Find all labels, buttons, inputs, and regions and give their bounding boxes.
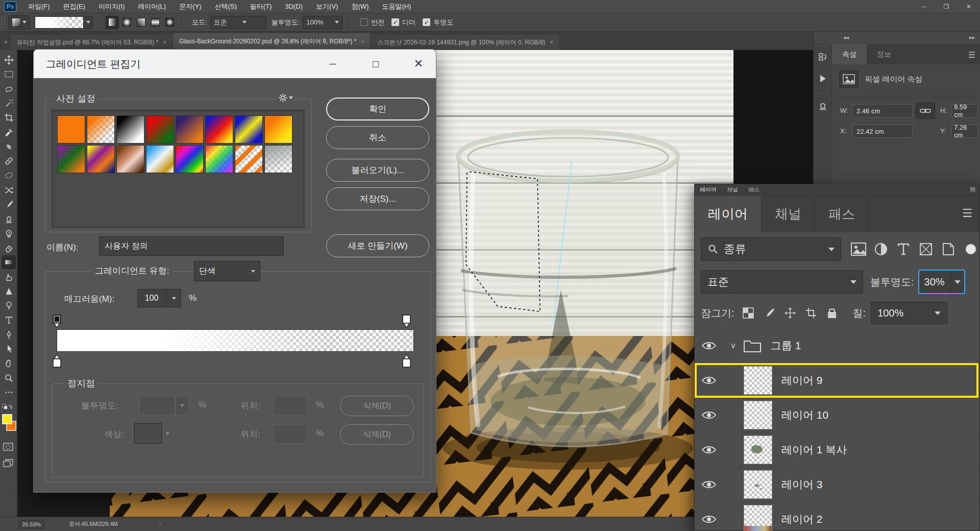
- gradient-preset-blue-yellow-blue[interactable]: [235, 115, 263, 143]
- gradient-preset-black-to-white[interactable]: [116, 115, 144, 143]
- delete-color-stop-button[interactable]: 삭제(D): [340, 424, 414, 445]
- marquee-tool[interactable]: [2, 67, 16, 81]
- angle-gradient-button[interactable]: [134, 16, 148, 29]
- window-maximize-button[interactable]: ❐: [935, 0, 958, 13]
- stop-color-dropdown[interactable]: [165, 432, 169, 435]
- reflected-gradient-button[interactable]: [149, 16, 162, 29]
- menu-item[interactable]: 창(W): [345, 0, 375, 13]
- smoothness-field[interactable]: 100: [137, 289, 166, 307]
- crop-tool[interactable]: [2, 111, 16, 125]
- gradient-preset-purple-green-orange[interactable]: [57, 145, 85, 173]
- gradient-preset-orange-to-transparent[interactable]: [87, 115, 115, 143]
- clone-stamp-tool[interactable]: [2, 212, 16, 226]
- status-options-chevron[interactable]: 〉: [159, 520, 164, 528]
- adjustment-filter-icon[interactable]: [872, 240, 890, 258]
- mini-tab-패스[interactable]: 패스: [743, 186, 765, 194]
- lasso-tool[interactable]: [2, 82, 16, 96]
- layer-row[interactable]: 레이어 10: [695, 398, 979, 432]
- mini-tab-레이어[interactable]: 레이어: [695, 186, 722, 194]
- gradient-preset-violet-to-orange[interactable]: [176, 115, 204, 143]
- color-stop-0[interactable]: [52, 353, 62, 368]
- lock-transparency-icon[interactable]: [741, 305, 756, 321]
- document-tab[interactable]: 스크린샷 2026-02-19 144931.png @ 100% (레이어 0…: [371, 35, 560, 50]
- color-stop-100[interactable]: [402, 353, 411, 368]
- clone-source-panel-icon[interactable]: [816, 98, 830, 112]
- actions-panel-icon[interactable]: [816, 71, 830, 86]
- layer-thumbnail[interactable]: [744, 505, 772, 531]
- diamond-gradient-button[interactable]: [163, 16, 176, 29]
- visibility-toggle[interactable]: [695, 502, 723, 531]
- layer-group-row[interactable]: ∨그룹 1: [695, 328, 979, 363]
- blend-mode-dropdown[interactable]: 표준: [701, 270, 863, 294]
- gradient-preset-copper[interactable]: [116, 145, 144, 173]
- history-brush-tool[interactable]: [2, 227, 16, 240]
- 디더-checkbox[interactable]: ✓디더: [391, 18, 415, 27]
- visibility-toggle[interactable]: [695, 432, 723, 467]
- spot-healing-tool[interactable]: [2, 140, 16, 154]
- mini-tab-채널[interactable]: 채널: [722, 186, 743, 194]
- gradient-type-dropdown[interactable]: 단색: [194, 261, 260, 281]
- hand-tool[interactable]: [2, 356, 16, 370]
- mode-dropdown[interactable]: 표준: [210, 16, 266, 29]
- ok-button[interactable]: 확인: [326, 98, 429, 120]
- content-aware-move-tool[interactable]: [2, 183, 16, 197]
- move-tool[interactable]: [2, 53, 16, 67]
- gradient-preset-red-to-green[interactable]: [146, 115, 174, 143]
- type-tool[interactable]: [2, 313, 16, 327]
- gradient-name-input[interactable]: 사용자 정의: [99, 236, 284, 256]
- tab-overflow-icon[interactable]: »: [4, 38, 8, 45]
- gradient-preview-swatch[interactable]: [35, 16, 84, 29]
- layer-opacity-field[interactable]: 30%: [918, 270, 965, 294]
- layer-row[interactable]: 레이어 9: [695, 363, 979, 398]
- gradient-preset-neutral-density[interactable]: [264, 145, 292, 173]
- smoothness-dropdown-button[interactable]: [166, 289, 181, 307]
- h-field[interactable]: 9.59 cm: [951, 104, 978, 117]
- gradient-preset-spectrum[interactable]: [176, 145, 204, 173]
- save-button[interactable]: 저장(S)...: [326, 187, 429, 210]
- load-button[interactable]: 불러오기(L)...: [326, 159, 429, 182]
- lock-all-icon[interactable]: [824, 305, 840, 321]
- swap-colors-icon[interactable]: [2, 404, 13, 413]
- delete-opacity-stop-button[interactable]: 삭제(D): [340, 396, 414, 416]
- presets-gear-icon[interactable]: [276, 93, 295, 103]
- collapse-panels-icon[interactable]: ◂◂: [843, 34, 849, 41]
- link-dimensions-icon[interactable]: [916, 103, 935, 119]
- menu-item[interactable]: 도움말(H): [375, 0, 418, 13]
- y-field[interactable]: 7.26 cm: [951, 125, 978, 138]
- dodge-tool[interactable]: [2, 299, 16, 312]
- tab-close-icon[interactable]: ×: [361, 38, 364, 45]
- pen-tool[interactable]: [2, 328, 16, 342]
- menu-item[interactable]: 선택(S): [208, 0, 243, 13]
- gradient-picker-button[interactable]: [84, 16, 93, 29]
- menu-item[interactable]: 3D(D): [278, 0, 309, 13]
- tool-preset-picker[interactable]: [8, 15, 30, 30]
- window-close-button[interactable]: ✕: [958, 0, 980, 13]
- patch-tool[interactable]: [2, 168, 16, 182]
- menu-item[interactable]: 필터(T): [243, 0, 279, 13]
- fill-field[interactable]: 100%: [871, 302, 947, 324]
- color-location-field[interactable]: [274, 424, 307, 444]
- layers-tab-레이어[interactable]: 레이어: [695, 196, 762, 232]
- foreground-color-swatch[interactable]: [2, 414, 12, 424]
- dialog-minimize-button[interactable]: ─: [317, 50, 348, 78]
- layer-row[interactable]: 레이어 3: [695, 467, 979, 502]
- tab-close-icon[interactable]: ×: [163, 39, 166, 46]
- opacity-location-field[interactable]: [274, 396, 307, 415]
- menu-item[interactable]: 보기(V): [309, 0, 345, 13]
- lock-pixels-icon[interactable]: [762, 305, 777, 321]
- brush-tool[interactable]: [2, 198, 16, 211]
- menu-item[interactable]: 편집(E): [57, 0, 92, 13]
- shape-filter-icon[interactable]: [917, 240, 935, 258]
- menu-item[interactable]: 이미지(I): [92, 0, 131, 13]
- visibility-toggle[interactable]: [695, 398, 723, 432]
- w-field[interactable]: 2.46 cm: [852, 104, 913, 117]
- lock-artboard-icon[interactable]: [803, 305, 819, 321]
- sharpen-tool[interactable]: [2, 284, 16, 298]
- window-minimize-button[interactable]: ─: [913, 0, 935, 13]
- group-expand-icon[interactable]: ∨: [730, 341, 736, 350]
- history-panel-icon[interactable]: [816, 50, 830, 64]
- zoom-level-field[interactable]: 26.59%: [18, 520, 44, 529]
- layers-tab-패스[interactable]: 패스: [815, 196, 869, 232]
- filter-toggle-icon[interactable]: [962, 240, 979, 258]
- gradient-preset-blue-red-yellow[interactable]: [205, 115, 233, 143]
